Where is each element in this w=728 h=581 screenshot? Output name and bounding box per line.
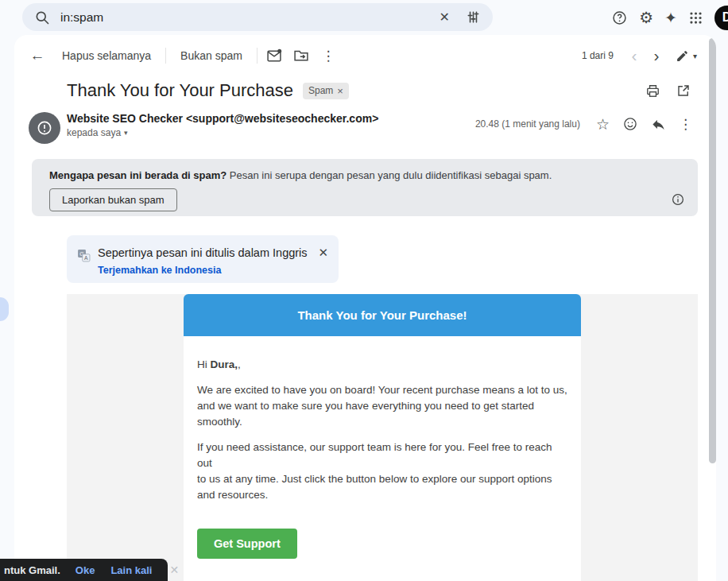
move-to-folder-icon[interactable]: [288, 42, 315, 69]
not-spam-button[interactable]: Bukan spam: [169, 43, 254, 68]
toast-later-button[interactable]: Lain kali: [110, 564, 152, 576]
mark-unread-icon[interactable]: [261, 42, 288, 69]
toolbar-divider: [257, 48, 258, 64]
translate-icon: GA: [77, 249, 91, 262]
spam-label-chip[interactable]: Spam ×: [303, 83, 349, 99]
more-options-icon[interactable]: ⋮: [315, 42, 342, 69]
spam-sender-avatar[interactable]: [29, 112, 60, 144]
clear-search-icon[interactable]: ✕: [440, 10, 450, 25]
email-subject: Thank You for Your Purchase: [67, 80, 293, 101]
svg-text:A: A: [84, 255, 88, 261]
pagination-count: 1 dari 9: [582, 50, 614, 61]
email-message-card: Thank You for Your Purchase! Hi Dura,, W…: [184, 294, 581, 581]
toast-ok-button[interactable]: Oke: [76, 564, 95, 576]
profile-avatar[interactable]: D: [714, 6, 728, 30]
topbar: ✕ ⚙ ✦ D: [0, 0, 728, 35]
email-paragraph-2: If you need assistance, our support team…: [197, 440, 567, 503]
print-icon[interactable]: [645, 83, 660, 99]
get-support-button[interactable]: Get Support: [197, 529, 297, 559]
timestamp: 20.48 (1 menit yang lalu): [475, 118, 580, 130]
greeting-prefix: Hi: [197, 358, 211, 370]
reply-icon[interactable]: [651, 117, 666, 132]
input-tools-button[interactable]: ▾: [676, 49, 697, 63]
pagination: 1 dari 9 ‹ › ▾: [582, 45, 697, 67]
email-paragraph-1: We are excited to have you on board! You…: [197, 382, 567, 430]
spam-warning-reason: Pesan ini serupa dengan pesan yang dulu …: [227, 169, 552, 181]
search-bar[interactable]: ✕: [22, 3, 493, 31]
spam-label-text: Spam: [308, 85, 333, 96]
email-message-region: Thank You for Your Purchase! Hi Dura,, W…: [67, 294, 698, 581]
emoji-reaction-icon[interactable]: [622, 116, 638, 132]
search-options-icon[interactable]: [466, 10, 481, 25]
recipient-label: kepada saya: [67, 127, 121, 138]
search-input[interactable]: [60, 10, 440, 25]
toolbar-divider: [165, 48, 166, 64]
close-icon[interactable]: ✕: [318, 246, 328, 260]
message-actions: 20.48 (1 menit yang lalu) ☆ ⋮: [475, 112, 692, 136]
snackbar-toast: ntuk Gmail. Oke Lain kali ✕: [0, 559, 168, 581]
report-not-spam-button[interactable]: Laporkan bukan spam: [49, 188, 177, 211]
spam-warning-text: Mengapa pesan ini berada di spam? Pesan …: [49, 169, 680, 181]
search-icon: [34, 10, 50, 25]
subject-row: Thank You for Your Purchase Spam ×: [67, 80, 691, 101]
older-chevron-icon[interactable]: ›: [645, 45, 668, 67]
open-in-new-icon[interactable]: [676, 83, 691, 98]
sender-row: Website SEO Checker <support@websiteseoc…: [29, 110, 692, 144]
greeting-line: Hi Dura,,: [197, 357, 567, 373]
info-icon[interactable]: [671, 192, 685, 207]
scrollbar-thumb[interactable]: [709, 38, 716, 463]
spam-warning-question: Mengapa pesan ini berada di spam?: [49, 169, 227, 181]
greeting-suffix: ,: [238, 358, 241, 370]
toast-close-icon[interactable]: ✕: [169, 564, 179, 576]
recipient-toggle[interactable]: kepada saya ▾: [67, 127, 378, 138]
remove-label-icon[interactable]: ×: [337, 85, 343, 97]
toast-message: ntuk Gmail.: [4, 564, 60, 576]
back-arrow-icon[interactable]: ←: [24, 42, 51, 69]
chevron-down-icon: ▾: [124, 129, 128, 137]
translate-message: Sepertinya pesan ini ditulis dalam Inggr…: [98, 246, 308, 259]
greeting-name: Dura,: [211, 358, 238, 370]
gemini-icon[interactable]: ✦: [664, 9, 677, 27]
email-header-banner: Thank You for Your Purchase!: [184, 294, 581, 336]
delete-forever-button[interactable]: Hapus selamanya: [51, 43, 162, 68]
email-toolbar: ← Hapus selamanya Bukan spam ⋮ 1 dari 9 …: [24, 40, 697, 72]
chevron-down-icon: ▾: [693, 52, 697, 60]
sender-info: Website SEO Checker <support@websiteseoc…: [67, 110, 378, 144]
error-outline-icon: [36, 119, 53, 137]
email-body: Hi Dura,, We are excited to have you on …: [184, 336, 581, 581]
side-panel-handle[interactable]: [0, 297, 9, 321]
star-icon[interactable]: ☆: [596, 115, 610, 134]
subject-actions: [645, 83, 691, 99]
translate-action-link[interactable]: Terjemahkan ke Indonesia: [98, 265, 221, 276]
sender-name: Website SEO Checker <support@websiteseoc…: [67, 112, 378, 125]
more-message-options-icon[interactable]: ⋮: [679, 116, 692, 133]
help-icon[interactable]: [611, 10, 628, 26]
newer-chevron-icon[interactable]: ‹: [623, 45, 645, 67]
settings-gear-icon[interactable]: ⚙: [639, 10, 653, 25]
email-view-card: ← Hapus selamanya Bukan spam ⋮ 1 dari 9 …: [14, 35, 716, 581]
pen-icon: [676, 49, 689, 63]
spam-warning-banner: Mengapa pesan ini berada di spam? Pesan …: [32, 159, 698, 216]
translate-prompt: GA Sepertinya pesan ini ditulis dalam In…: [67, 235, 339, 283]
topbar-actions: ⚙ ✦ D: [611, 0, 728, 35]
apps-grid-icon[interactable]: [688, 10, 703, 25]
